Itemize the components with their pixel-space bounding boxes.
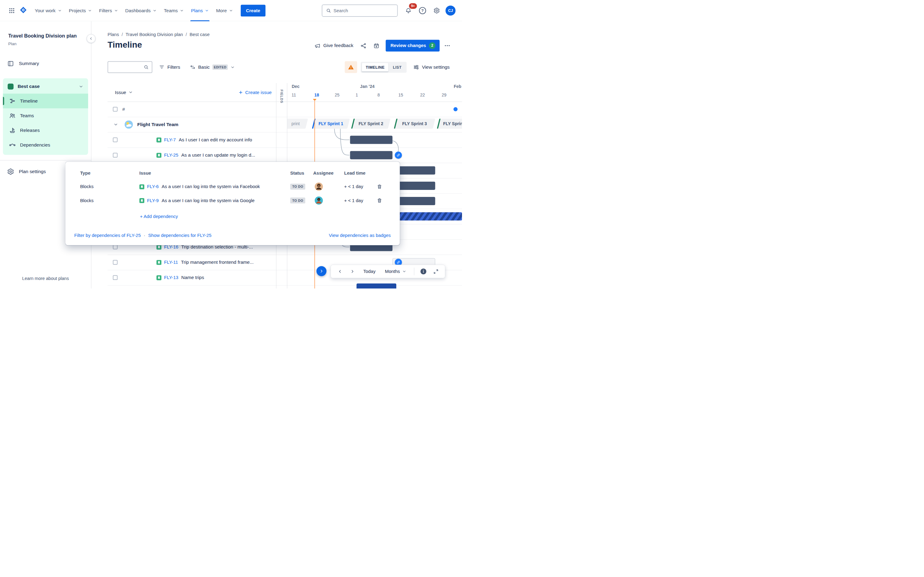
scenario-label: Best case	[18, 84, 74, 89]
issue-key-link[interactable]: FLY-13	[164, 275, 178, 280]
chevron-down-icon[interactable]	[113, 122, 118, 127]
issue-key-link[interactable]: FLY-6	[147, 184, 158, 189]
list-view-tab[interactable]: LIST	[389, 63, 405, 71]
sidebar-collapse-button[interactable]	[87, 34, 95, 43]
breadcrumb-plan-name[interactable]: Travel Booking Division plan	[126, 32, 183, 37]
scenario-best-case[interactable]: Best case	[3, 79, 88, 93]
chevron-down-icon	[58, 8, 62, 13]
breadcrumb-plans[interactable]: Plans	[108, 32, 119, 37]
nav-plans[interactable]: Plans	[187, 0, 213, 21]
issue-column-header[interactable]: Issue	[115, 90, 133, 95]
sprint-bar[interactable]: FLY Sprint 2	[351, 119, 391, 129]
nav-teams[interactable]: Teams	[160, 0, 187, 21]
dependency-link-button[interactable]	[395, 152, 402, 159]
megaphone-icon	[314, 42, 320, 48]
give-feedback-button[interactable]: Give feedback	[312, 40, 356, 52]
issue-key-link[interactable]: FLY-25	[164, 153, 178, 158]
fullscreen-button[interactable]	[431, 266, 441, 277]
create-issue-button[interactable]: Create issue	[238, 90, 271, 95]
info-button[interactable]	[418, 266, 429, 277]
milestone-dot[interactable]	[454, 107, 458, 111]
share-button[interactable]	[358, 40, 369, 51]
breadcrumb-scenario[interactable]: Best case	[189, 32, 210, 37]
zoom-level-selector[interactable]: Months	[381, 269, 410, 274]
timeline-icon	[9, 97, 16, 105]
sprint-bar[interactable]: FLY Sprint 3	[394, 119, 435, 129]
help-button[interactable]: ?	[417, 5, 428, 16]
sprint-bar[interactable]: print	[287, 119, 308, 129]
sidebar-item-summary[interactable]: Summary	[3, 56, 88, 71]
issue-key-link[interactable]: FLY-11	[164, 260, 178, 265]
gear-icon	[433, 7, 440, 14]
assignee-avatar	[315, 182, 323, 191]
nav-projects[interactable]: Projects	[65, 0, 95, 21]
user-avatar[interactable]: CJ	[446, 5, 456, 16]
sidebar-item-dependencies[interactable]: Dependencies	[3, 138, 88, 152]
settings-button[interactable]	[431, 5, 442, 16]
timeline-search-input[interactable]	[111, 65, 142, 69]
timeline-view-tab[interactable]: TIMELINE	[362, 63, 389, 71]
review-changes-button[interactable]: Review changes 2	[386, 40, 440, 52]
view-as-badges-link[interactable]: View dependencies as badges	[329, 231, 391, 240]
nav-more[interactable]: More	[213, 0, 237, 21]
delete-dependency-button[interactable]	[376, 196, 382, 205]
nav-your-work[interactable]: Your work	[31, 0, 65, 21]
calendar-button[interactable]	[371, 40, 382, 51]
nav-filters[interactable]: Filters	[95, 0, 122, 21]
sidebar-item-teams[interactable]: Teams	[3, 108, 88, 123]
global-search-input[interactable]	[334, 8, 394, 13]
sidebar-item-timeline[interactable]: Timeline	[3, 94, 88, 108]
dependency-issue: FLY-9 As a user I can log into the syste…	[139, 196, 255, 205]
issue-key-link[interactable]: FLY-7	[164, 137, 176, 142]
issue-bar[interactable]	[395, 166, 435, 175]
filter-by-dependencies-link[interactable]: Filter by dependencies of FLY-25	[74, 233, 141, 238]
row-checkbox[interactable]	[113, 245, 117, 249]
story-icon	[157, 153, 162, 158]
row-checkbox[interactable]	[113, 276, 117, 280]
row-checkbox[interactable]	[113, 107, 117, 111]
issue-summary: Name trips	[181, 275, 204, 280]
view-selector-button[interactable]: Basic EDITED	[187, 61, 238, 73]
row-checkbox[interactable]	[113, 153, 117, 157]
issue-bar[interactable]	[357, 284, 396, 288]
create-issue-label: Create issue	[245, 90, 271, 95]
today-button[interactable]: Today	[360, 269, 379, 274]
row-checkbox[interactable]	[113, 260, 117, 264]
view-settings-button[interactable]: View settings	[410, 61, 452, 73]
issue-summary: As a user I can log into the system via …	[162, 198, 255, 203]
issue-bar[interactable]	[395, 182, 435, 190]
sprint-bar[interactable]: FLY Sprin	[437, 119, 462, 129]
delete-dependency-button[interactable]	[376, 182, 382, 191]
issue-key-link[interactable]: FLY-9	[147, 198, 158, 203]
chevron-left-icon	[89, 37, 93, 41]
nav-dashboards[interactable]: Dashboards	[122, 0, 160, 21]
row-checkbox[interactable]	[113, 137, 117, 142]
scroll-to-bars-button[interactable]	[317, 266, 326, 276]
learn-more-link[interactable]: Learn more about plans	[0, 276, 91, 281]
issue-bar-fly-7[interactable]	[350, 136, 393, 144]
sprint-bar-active[interactable]: FLY Sprint 1	[312, 119, 350, 129]
jira-logo[interactable]	[19, 6, 27, 15]
issue-bar-fly-25[interactable]	[350, 151, 393, 160]
grid-icon	[8, 7, 15, 14]
filters-button[interactable]: Filters	[156, 61, 183, 73]
scroll-left-button[interactable]	[335, 266, 345, 277]
add-dependency-link[interactable]: + Add dependency	[140, 212, 178, 221]
issue-bar[interactable]	[395, 197, 435, 205]
warning-button[interactable]	[345, 61, 357, 73]
show-dependencies-link[interactable]: Show dependencies for FLY-25	[148, 233, 212, 238]
notifications-button[interactable]: 9+	[403, 5, 414, 16]
issue-row: FLY-25 As a user I can update my login d…	[108, 147, 276, 163]
chevron-left-icon	[338, 269, 342, 274]
create-button[interactable]: Create	[241, 5, 265, 16]
trash-icon	[376, 198, 382, 203]
more-actions-button[interactable]	[442, 40, 452, 51]
scroll-right-button[interactable]	[347, 266, 357, 277]
story-icon	[157, 260, 162, 265]
app-switcher-button[interactable]	[6, 5, 17, 16]
sidebar-item-releases[interactable]: Releases	[3, 123, 88, 138]
chevron-down-icon	[79, 84, 83, 89]
nav-label: Plans	[191, 8, 203, 13]
plan-title: Travel Booking Division plan	[8, 33, 83, 39]
ellipsis-icon	[444, 42, 451, 49]
